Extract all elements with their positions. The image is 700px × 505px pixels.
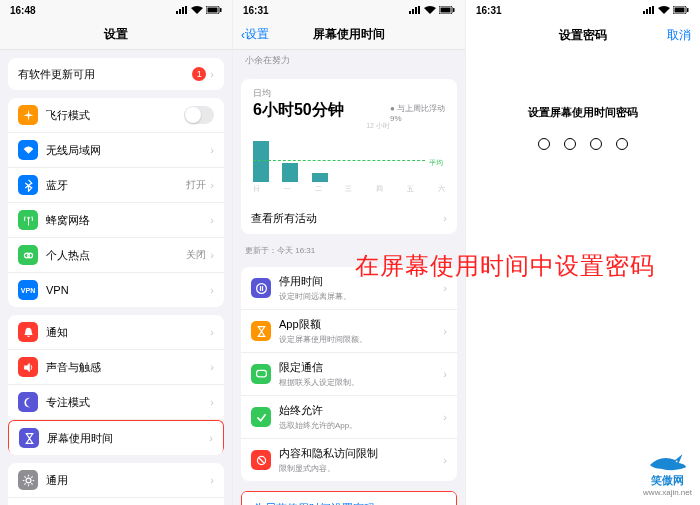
row-label: 屏幕使用时间 (47, 431, 209, 446)
chevron-right-icon: › (209, 432, 213, 444)
row-label: 通知 (46, 325, 210, 340)
row-bluetooth[interactable]: 蓝牙 打开 › (8, 168, 224, 203)
status-bar: 16:31 (466, 0, 699, 20)
svg-rect-25 (256, 370, 266, 377)
svg-rect-33 (687, 8, 689, 12)
status-icons (176, 6, 222, 14)
page-title: 设置密码 (559, 27, 607, 44)
hotspot-icon (18, 245, 38, 265)
update-badge: 1 (192, 67, 206, 81)
hourglass-icon (251, 321, 271, 341)
svg-rect-21 (453, 8, 455, 12)
row-label: 限定通信根据联系人设定限制。 (279, 360, 443, 388)
row-label: 查看所有活动 (251, 211, 443, 226)
row-detail: 关闭 (186, 248, 206, 262)
chevron-right-icon: › (443, 454, 447, 466)
chevron-right-icon: › (210, 68, 214, 80)
svg-rect-27 (643, 11, 645, 14)
passcode-dot (538, 138, 550, 150)
speaker-icon (18, 357, 38, 377)
row-label: 蓝牙 (46, 178, 186, 193)
svg-rect-23 (259, 286, 260, 291)
row-software-update[interactable]: 有软件更新可用 1 › (8, 58, 224, 90)
row-label: 个人热点 (46, 248, 186, 263)
row-downtime[interactable]: 停用时间设定时间远离屏幕。 › (241, 267, 457, 310)
row-content-privacy[interactable]: 内容和隐私访问限制限制显式内容。 › (241, 439, 457, 481)
airplane-toggle[interactable] (184, 106, 214, 124)
row-sounds[interactable]: 声音与触感 › (8, 350, 224, 385)
row-vpn[interactable]: VPN VPN › (8, 273, 224, 307)
check-icon (251, 407, 271, 427)
svg-rect-1 (179, 9, 181, 14)
svg-rect-0 (176, 11, 178, 14)
chevron-right-icon: › (210, 474, 214, 486)
row-label: 声音与触感 (46, 360, 210, 375)
row-general[interactable]: 通用 › (8, 463, 224, 498)
status-time: 16:31 (476, 5, 502, 16)
svg-rect-29 (649, 7, 651, 14)
status-icons (643, 6, 689, 14)
row-airplane-mode[interactable]: 飞行模式 (8, 98, 224, 133)
chevron-right-icon: › (210, 214, 214, 226)
nav-bar: ‹ 设置 屏幕使用时间 (233, 20, 465, 50)
row-control-center[interactable]: 控制中心 › (8, 498, 224, 505)
svg-rect-15 (409, 11, 411, 14)
row-detail: 打开 (186, 178, 206, 192)
svg-rect-5 (208, 8, 218, 13)
vpn-icon: VPN (18, 280, 38, 300)
row-wifi[interactable]: 无线局域网 › (8, 133, 224, 168)
chat-icon (251, 364, 271, 384)
svg-rect-28 (646, 9, 648, 14)
nav-bar: 设置 (0, 20, 232, 50)
row-communication-limits[interactable]: 限定通信根据联系人设定限制。 › (241, 353, 457, 396)
svg-rect-30 (652, 6, 654, 14)
row-label: 内容和隐私访问限制限制显式内容。 (279, 446, 443, 474)
row-label: 通用 (46, 473, 210, 488)
row-view-all-activity[interactable]: 查看所有活动 › (241, 202, 457, 234)
status-icons (409, 6, 455, 14)
passcode-dot (564, 138, 576, 150)
svg-point-22 (256, 283, 266, 293)
svg-point-9 (27, 253, 32, 258)
row-label: 蜂窝网络 (46, 213, 210, 228)
row-label: 有软件更新可用 (18, 67, 192, 82)
chevron-right-icon: › (210, 284, 214, 296)
chevron-right-icon: › (210, 144, 214, 156)
row-label: App限额设定屏幕使用时间限额。 (279, 317, 443, 345)
nope-icon (251, 450, 271, 470)
daily-average-card[interactable]: 日均 6小时50分钟 ● 与上周比浮动9% 12 小时 平均 日一二三四五六 (241, 79, 457, 202)
hourglass-icon (19, 428, 39, 448)
passcode-dot (616, 138, 628, 150)
antenna-icon (18, 210, 38, 230)
row-label: 专注模式 (46, 395, 210, 410)
chevron-right-icon: › (210, 249, 214, 261)
svg-point-10 (26, 478, 31, 483)
row-app-limits[interactable]: App限额设定屏幕使用时间限额。 › (241, 310, 457, 353)
svg-rect-20 (441, 8, 451, 13)
row-label: 无线局域网 (46, 143, 206, 158)
cancel-button[interactable]: 取消 (667, 27, 691, 44)
row-label: 停用时间设定时间远离屏幕。 (279, 274, 443, 302)
row-always-allowed[interactable]: 始终允许选取始终允许的App。 › (241, 396, 457, 439)
svg-rect-24 (261, 286, 262, 291)
passcode-dots[interactable] (538, 138, 628, 150)
row-hotspot[interactable]: 个人热点 关闭 › (8, 238, 224, 273)
usage-chart: 平均 (253, 137, 445, 182)
daily-label: 日均 (253, 87, 445, 100)
back-button[interactable]: ‹ 设置 (241, 26, 269, 43)
svg-rect-3 (185, 6, 187, 14)
chevron-right-icon: › (210, 361, 214, 373)
set-passcode-link[interactable]: 为屏幕使用时间设置密码 (242, 492, 456, 505)
page-title: 屏幕使用时间 (313, 26, 385, 43)
gear-icon (18, 470, 38, 490)
svg-rect-2 (182, 7, 184, 14)
svg-rect-32 (675, 8, 685, 13)
row-focus[interactable]: 专注模式 › (8, 385, 224, 420)
svg-rect-17 (415, 7, 417, 14)
row-notifications[interactable]: 通知 › (8, 315, 224, 350)
row-screen-time[interactable]: 屏幕使用时间 › (8, 420, 224, 455)
row-cellular[interactable]: 蜂窝网络 › (8, 203, 224, 238)
user-name: 小余在努力 (233, 50, 465, 71)
chevron-right-icon: › (443, 325, 447, 337)
avg-label: 平均 (427, 158, 445, 168)
